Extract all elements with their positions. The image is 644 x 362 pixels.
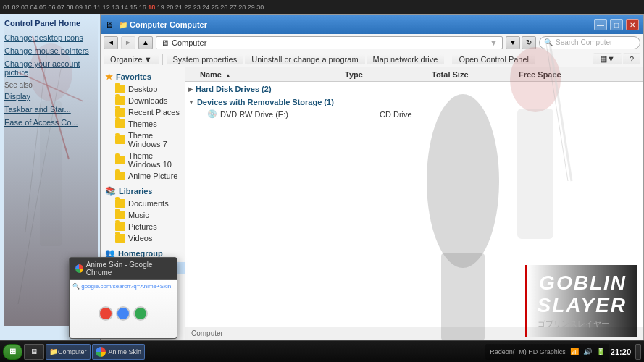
show-desktop-button[interactable] (635, 344, 641, 360)
chrome-icon (75, 264, 83, 273)
sidebar-item-pictures[interactable]: Pictures (101, 221, 185, 232)
back-button[interactable]: ◄ (104, 36, 118, 49)
sidebar-item-anime-pic[interactable]: Anime Picture (101, 170, 185, 182)
cp-link-desktop[interactable]: Change desktop icons (4, 33, 96, 42)
close-button[interactable]: ✕ (626, 19, 639, 30)
sidebar-item-desktop[interactable]: Desktop (101, 83, 185, 95)
folder-icon (115, 135, 125, 144)
start-button[interactable]: ⊞ (3, 344, 22, 360)
system-tray: Radeon(TM) HD Graphics 📶 🔊 🔋 (485, 344, 609, 360)
chrome-popup-title: Anime Skin - Google Chrome (70, 258, 177, 280)
folder-icon (115, 222, 125, 231)
status-text: Computer (191, 329, 223, 337)
folder-icon (115, 96, 125, 105)
col-name-header[interactable]: Name ▲ (185, 70, 345, 79)
desktop: 01 02 03 04 05 06 07 08 09 10 11 12 13 1… (0, 0, 644, 362)
maximize-button[interactable]: □ (610, 19, 623, 30)
thumb-box-1 (99, 306, 113, 321)
tray-battery-icon: 🔋 (596, 348, 605, 355)
window-title: 📁 Computer Computer (119, 20, 591, 29)
sidebar-item-documents[interactable]: Documents (101, 198, 185, 209)
chrome-taskbar-icon (96, 347, 106, 357)
folder-icon (115, 119, 125, 128)
sort-icon: ▲ (225, 72, 231, 79)
sidebar-item-downloads[interactable]: Downloads (101, 95, 185, 106)
chrome-popup: Anime Skin - Google Chrome 🔍 google.com/… (69, 257, 177, 339)
cp-link-mouse[interactable]: Change mouse pointers (4, 46, 96, 55)
libraries-header[interactable]: 📚 Libraries (101, 185, 185, 198)
thumb-box-3 (133, 306, 148, 321)
thumb-box-2 (116, 306, 130, 321)
folder-icon (115, 108, 125, 117)
taskbar-explorer[interactable]: 🖥 (24, 344, 44, 360)
organize-button[interactable]: Organize ▼ (104, 54, 159, 65)
svg-rect-9 (441, 253, 485, 340)
goblin-slayer-jp: ゴブリンスレイヤー (538, 319, 627, 329)
goblin-slayer-title: GOBLIN SLAYER (538, 272, 627, 317)
libraries-section: 📚 Libraries Documents Music Pictures (101, 185, 185, 244)
svg-rect-7 (517, 109, 553, 239)
sidebar-item-themes[interactable]: Themes (101, 118, 185, 130)
star-icon: ★ (105, 72, 113, 82)
chrome-thumbnail[interactable]: 🔍 google.com/search?q=Anime+Skin (70, 280, 177, 338)
folder-icon (115, 172, 125, 180)
system-properties-button[interactable]: System properties (167, 54, 244, 65)
thumb-content (99, 306, 148, 321)
file-name: DVD RW Drive (E:) (220, 110, 380, 119)
goblin-slayer-branding: GOBLIN SLAYER ゴブリンスレイヤー (525, 265, 637, 337)
folder-icon (115, 199, 125, 208)
chrome-taskbar-label: Anime Skin (109, 348, 142, 355)
taskbar: ⊞ 🖥 📁 Computer Anime Skin Radeon(TM) HD … (0, 340, 644, 362)
cp-link-ease[interactable]: Ease of Access Co... (4, 118, 96, 127)
organize-arrow-icon: ▼ (144, 55, 152, 64)
start-icon: ⊞ (9, 347, 16, 356)
uninstall-button[interactable]: Uninstall or change a program (245, 54, 364, 65)
favorites-header[interactable]: ★ Favorites (101, 70, 185, 83)
cp-link-display[interactable]: Display (4, 92, 96, 101)
cp-title: Control Panel Home (4, 19, 96, 28)
clock-time: 21:20 (611, 348, 631, 356)
sidebar-item-recent[interactable]: Recent Places (101, 106, 185, 118)
library-icon: 📚 (105, 186, 116, 196)
sidebar-item-themes-w10[interactable]: Theme Windows 10 (101, 150, 185, 170)
toolbar-separator (162, 54, 163, 65)
cp-link-account[interactable]: Change your account picture (4, 59, 96, 77)
svg-point-6 (510, 47, 561, 112)
clock: 21:20 (611, 348, 631, 356)
window-title-bar: 🖥 📁 Computer Computer — □ ✕ (101, 15, 643, 34)
tray-volume-icon: 🔊 (583, 348, 592, 355)
taskbar-chrome[interactable]: Anime Skin (92, 344, 146, 360)
up-button[interactable]: ▲ (138, 36, 153, 49)
tray-network-icon: 📶 (570, 348, 579, 355)
forward-button[interactable]: ► (121, 36, 135, 49)
folder-icon (115, 234, 125, 243)
sidebar-item-music[interactable]: Music (101, 209, 185, 221)
chrome-url: 🔍 google.com/search?q=Anime+Skin (72, 283, 171, 290)
sidebar-item-themes-w7[interactable]: Theme Windows 7 (101, 130, 185, 150)
sidebar-item-videos[interactable]: Videos (101, 232, 185, 244)
minimize-button[interactable]: — (594, 19, 607, 30)
cp-link-taskbar[interactable]: Taskbar and Star... (4, 105, 96, 114)
svg-point-8 (427, 94, 499, 268)
favorites-section: ★ Favorites Desktop Downloads Recent Pla… (101, 70, 185, 182)
expand-icon: ▶ (188, 86, 193, 93)
taskbar-folder[interactable]: 📁 Computer (46, 344, 91, 360)
tray-graphics: Radeon(TM) HD Graphics (490, 348, 566, 355)
folder-icon (115, 85, 125, 93)
taskbar-folder-label: Computer (58, 348, 87, 355)
expand-icon: ▼ (188, 99, 194, 106)
folder-taskbar-icon: 📁 (49, 348, 58, 355)
dvd-icon: 💿 (207, 109, 217, 119)
tab-row: 01 02 03 04 05 06 07 08 09 10 11 12 13 1… (0, 0, 644, 14)
help-button[interactable]: ? (623, 53, 640, 65)
folder-icon (115, 211, 125, 219)
cp-see-also: See also (4, 81, 96, 89)
folder-icon (115, 156, 125, 164)
